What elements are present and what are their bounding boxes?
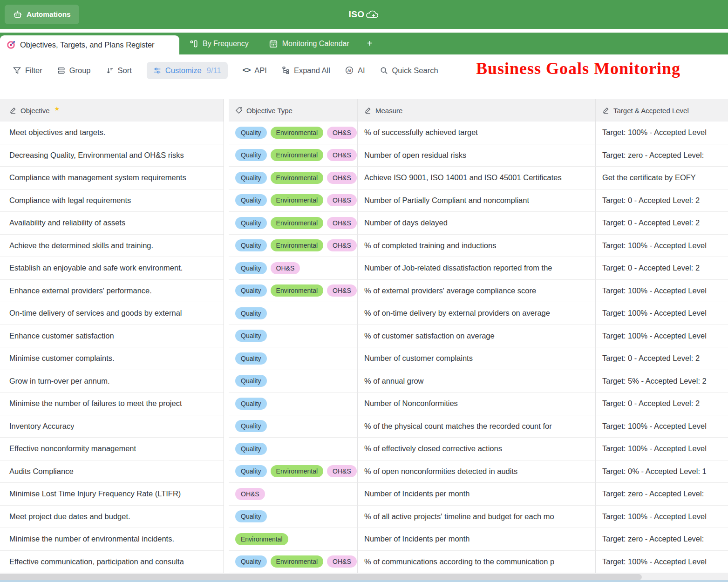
measure-cell[interactable]: % of effectively closed corrective actio…: [357, 438, 595, 460]
measure-cell[interactable]: Achieve ISO 9001, ISO 14001 and ISO 4500…: [357, 167, 595, 189]
measure-cell[interactable]: % of on-time delivery by external provid…: [357, 302, 595, 325]
target-cell[interactable]: Target: 0 - Accepted Level: 2: [595, 347, 728, 370]
tab-objectives-register[interactable]: Objectives, Targets, and Plans Register: [0, 35, 179, 54]
table-row[interactable]: Achieve the determined skills and traini…: [0, 235, 728, 257]
measure-cell[interactable]: Number of customer complaints: [357, 347, 595, 370]
measure-cell[interactable]: % of completed training and inductions: [357, 235, 595, 257]
table-row[interactable]: Minimise the number of failures to meet …: [0, 393, 728, 415]
target-cell[interactable]: Target: 0 - Accepted Level: 2: [595, 257, 728, 280]
objective-cell[interactable]: Compliance with management system requir…: [0, 167, 224, 189]
scrollbar-thumb[interactable]: [0, 574, 642, 580]
measure-cell[interactable]: % of all active projects' timeline and b…: [357, 506, 595, 528]
target-cell[interactable]: Target: 100% - Accepted Level: [595, 235, 728, 257]
target-cell[interactable]: Target: 0 - Accepted Level: 2: [595, 393, 728, 415]
objective-type-cell[interactable]: QualityEnvironmentalOH&S: [229, 460, 357, 483]
objective-cell[interactable]: Enhance external providers' performance.: [0, 280, 224, 303]
objective-type-cell[interactable]: QualityEnvironmentalOH&S: [229, 235, 357, 257]
objective-type-cell[interactable]: Quality: [229, 325, 357, 348]
column-header-objective-type[interactable]: Objective Type: [229, 99, 357, 122]
objective-cell[interactable]: Availability and reliability of assets: [0, 212, 224, 235]
target-cell[interactable]: Target: zero - Accepted Level:: [595, 144, 728, 167]
tab-by-frequency[interactable]: By Frequency: [179, 33, 259, 54]
measure-cell[interactable]: Number of Nonconformities: [357, 393, 595, 415]
target-cell[interactable]: Target: 0 - Accepted Level: 2: [595, 189, 728, 212]
target-cell[interactable]: Target: zero - Accepted Level:: [595, 483, 728, 506]
measure-cell[interactable]: % of communications according to the com…: [357, 551, 595, 574]
column-header-target[interactable]: Target & Accpeted Level: [595, 99, 728, 122]
objective-cell[interactable]: Establish an enjoyable and safe work env…: [0, 257, 224, 280]
expand-all-button[interactable]: Expand All: [282, 66, 330, 75]
target-cell[interactable]: Get the certificate by EOFY: [595, 167, 728, 189]
api-button[interactable]: <> API: [243, 66, 267, 75]
objective-cell[interactable]: Minimise customer complaints.: [0, 347, 224, 370]
measure-cell[interactable]: % of external providers' average complia…: [357, 280, 595, 303]
objective-cell[interactable]: Minimise Lost Time Injury Frequency Rate…: [0, 483, 224, 506]
table-row[interactable]: Availability and reliability of assets Q…: [0, 212, 728, 235]
ai-button[interactable]: AI AI: [345, 66, 365, 75]
table-row[interactable]: Effective nonconformity management Quali…: [0, 438, 728, 460]
table-row[interactable]: Audits Compliance QualityEnvironmentalOH…: [0, 460, 728, 483]
table-row[interactable]: Compliance with legal requirements Quali…: [0, 189, 728, 212]
objective-type-cell[interactable]: Quality: [229, 438, 357, 460]
tab-monitoring-calendar[interactable]: Monitoring Calendar: [259, 33, 360, 54]
sort-button[interactable]: Sort: [106, 66, 132, 75]
table-row[interactable]: Decreasing Quality, Environmental and OH…: [0, 144, 728, 167]
objective-cell[interactable]: On-time delivery of services and goods b…: [0, 302, 224, 325]
objective-cell[interactable]: Achieve the determined skills and traini…: [0, 235, 224, 257]
target-cell[interactable]: Target: 100% - Accepted Level: [595, 438, 728, 460]
objective-cell[interactable]: Decreasing Quality, Environmental and OH…: [0, 144, 224, 167]
objective-type-cell[interactable]: Quality: [229, 302, 357, 325]
target-cell[interactable]: Target: zero - Accepted Level:: [595, 528, 728, 551]
column-header-objective[interactable]: Objective ★: [0, 99, 224, 122]
measure-cell[interactable]: Number of days delayed: [357, 212, 595, 235]
objective-cell[interactable]: Minimise the number of environmental inc…: [0, 528, 224, 551]
target-cell[interactable]: Target: 100% - Accepted Level: [595, 506, 728, 528]
table-row[interactable]: Effective communication, participation a…: [0, 551, 728, 574]
filter-button[interactable]: Filter: [13, 66, 42, 75]
objective-cell[interactable]: Compliance with legal requirements: [0, 189, 224, 212]
objective-type-cell[interactable]: Quality: [229, 506, 357, 528]
target-cell[interactable]: Target: 0 - Accepted Level: 2: [595, 212, 728, 235]
objective-type-cell[interactable]: QualityEnvironmentalOH&S: [229, 122, 357, 144]
objective-type-cell[interactable]: Quality: [229, 415, 357, 438]
quick-search-button[interactable]: Quick Search: [380, 66, 438, 75]
automations-button[interactable]: Automations: [5, 5, 79, 24]
customize-button[interactable]: Customize 9/11: [147, 62, 228, 79]
objective-type-cell[interactable]: OH&S: [229, 483, 357, 506]
objective-type-cell[interactable]: QualityEnvironmentalOH&S: [229, 189, 357, 212]
table-row[interactable]: Inventory Accuracy Quality % of the phys…: [0, 415, 728, 438]
objective-type-cell[interactable]: QualityEnvironmentalOH&S: [229, 212, 357, 235]
objective-type-cell[interactable]: QualityEnvironmentalOH&S: [229, 280, 357, 303]
table-row[interactable]: Meet objectives and targets. QualityEnvi…: [0, 122, 728, 144]
measure-cell[interactable]: Number of Incidents per month: [357, 528, 595, 551]
measure-cell[interactable]: % of successfully achieved target: [357, 122, 595, 144]
measure-cell[interactable]: % of open nonconformities detected in au…: [357, 460, 595, 483]
objective-cell[interactable]: Effective nonconformity management: [0, 438, 224, 460]
measure-cell[interactable]: Number of Incidents per month: [357, 483, 595, 506]
objective-type-cell[interactable]: Quality: [229, 393, 357, 415]
table-row[interactable]: Minimise customer complaints. Quality Nu…: [0, 347, 728, 370]
objective-cell[interactable]: Grow in turn-over per annum.: [0, 370, 224, 393]
target-cell[interactable]: Target: 100% - Accepted Level: [595, 325, 728, 348]
target-cell[interactable]: Target: 100% - Accepted Level: [595, 122, 728, 144]
objective-type-cell[interactable]: QualityEnvironmentalOH&S: [229, 144, 357, 167]
column-header-measure[interactable]: Measure: [357, 99, 595, 122]
objective-cell[interactable]: Enhance customer satisfaction: [0, 325, 224, 348]
target-cell[interactable]: Target: 100% - Accepted Level: [595, 415, 728, 438]
objective-cell[interactable]: Minimise the number of failures to meet …: [0, 393, 224, 415]
measure-cell[interactable]: Number of open residual risks: [357, 144, 595, 167]
table-row[interactable]: Enhance external providers' performance.…: [0, 280, 728, 303]
table-row[interactable]: Grow in turn-over per annum. Quality % o…: [0, 370, 728, 393]
table-row[interactable]: On-time delivery of services and goods b…: [0, 302, 728, 325]
measure-cell[interactable]: % of customer satisfaction on average: [357, 325, 595, 348]
add-tab-button[interactable]: +: [360, 33, 380, 54]
objective-type-cell[interactable]: QualityOH&S: [229, 257, 357, 280]
horizontal-scrollbar[interactable]: [0, 573, 728, 582]
objective-type-cell[interactable]: Quality: [229, 370, 357, 393]
target-cell[interactable]: Target: 100% - Accepted Level: [595, 302, 728, 325]
group-button[interactable]: Group: [57, 66, 91, 75]
table-row[interactable]: Minimise Lost Time Injury Frequency Rate…: [0, 483, 728, 506]
measure-cell[interactable]: % of annual grow: [357, 370, 595, 393]
target-cell[interactable]: Target: 100% - Accepted Level: [595, 551, 728, 574]
objective-type-cell[interactable]: QualityEnvironmentalOH&S: [229, 167, 357, 189]
